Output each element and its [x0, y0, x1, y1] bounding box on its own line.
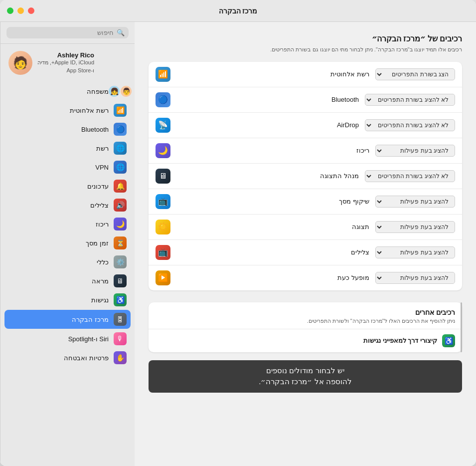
row-label: תצוגה [176, 223, 369, 231]
sidebar-item-screen-time[interactable]: זמן מסך ⏳ [0, 233, 135, 252]
row-label: מופעל כעת [176, 274, 369, 281]
row-control: להציג בעת פעילות הצג בשורת התפריטים לא ל… [375, 272, 455, 284]
table-row: להציג בעת פעילות הצג בשורת התפריטים לא ל… [149, 240, 462, 265]
airdrop-visibility-select[interactable]: לא להציג בשורת התפריטים הצג בשורת התפריט… [365, 119, 455, 131]
sidebar-item-focus[interactable]: ריכוז 🌙 [0, 215, 135, 233]
row-label: AirDrop [176, 121, 359, 129]
sidebar-item-label: מרכז הבקרה [8, 316, 109, 323]
sidebar-item-network[interactable]: רשת 🌐 [0, 139, 135, 158]
accessibility-sidebar-icon: ♿ [114, 293, 127, 306]
avatar: 🧑 [8, 51, 32, 75]
sidebar-item-control-center[interactable]: מרכז הבקרה 🎛 [4, 310, 131, 329]
close-button[interactable] [28, 7, 34, 14]
control-center-sidebar-icon: 🎛 [114, 313, 127, 326]
table-row: הצג בשורת התפריטים אל תציג הצג בעת פעילו… [149, 62, 462, 87]
table-row: לא להציג בשורת התפריטים הצג בשורת התפריט… [149, 87, 462, 113]
nowplaying-visibility-select[interactable]: להציג בעת פעילות הצג בשורת התפריטים לא ל… [375, 272, 455, 284]
table-row: להציג בעת פעילות הצג בשורת התפריטים לא ל… [149, 138, 462, 164]
sidebar-item-label: ריכוז [8, 221, 109, 228]
screen-mirror-visibility-select[interactable]: להציג בעת פעילות הצג בשורת התפריטים לא ל… [375, 196, 455, 208]
search-input[interactable] [10, 29, 114, 36]
wifi-sidebar-icon: 📶 [114, 104, 127, 117]
user-name: Ashley Rico [37, 51, 94, 59]
other-section-header: רכיבים אחרים ניתן להוסיף את הרכיבים האלו… [149, 302, 462, 329]
titlebar: מרכז הבקרה [0, 0, 476, 22]
sidebar-item-family[interactable]: משפחה 👨 👧 [0, 82, 135, 101]
main-window: מרכז הבקרה רכיבים של ״מרכז הבקרה״ רכיבים… [0, 0, 476, 466]
row-label: צלילים [176, 248, 369, 256]
accessibility-shortcuts-icon: ♿ [442, 334, 455, 347]
sidebar-item-display[interactable]: מראה 🖥 [0, 271, 135, 290]
sounds-sidebar-icon: 🔊 [114, 199, 127, 212]
focus-visibility-select[interactable]: להציג בעת פעילות הצג בשורת התפריטים לא ל… [375, 145, 455, 157]
wifi-icon: 📶 [156, 67, 170, 82]
section1-title: רכיבים של ״מרכז הבקרה״ [149, 34, 462, 43]
siri-sidebar-icon: 🎙 [114, 332, 127, 345]
sidebar-item-notifications[interactable]: עדכונים 🔔 [0, 177, 135, 196]
display-visibility-select[interactable]: להציג בעת פעילות הצג בשורת התפריטים לא ל… [375, 221, 455, 233]
window-controls [7, 7, 34, 14]
sidebar-item-label: כללי [8, 258, 109, 266]
section1-desc: רכיבים אלו תמיד יוצגו ב"מרכז הבקרה". נית… [149, 45, 462, 54]
user-sub2: ו-App Store [37, 67, 94, 74]
sidebar-item-privacy[interactable]: פרטיות ואבטחה ✋ [0, 348, 135, 367]
focus-sidebar-icon: 🌙 [114, 218, 127, 231]
sounds-visibility-select[interactable]: להציג בעת פעילות הצג בשורת התפריטים לא ל… [375, 246, 455, 258]
privacy-sidebar-icon: ✋ [114, 351, 127, 364]
sidebar-item-label: מראה [8, 277, 109, 285]
sidebar-item-accessibility[interactable]: נגישות ♿ [0, 290, 135, 309]
network-sidebar-icon: 🌐 [114, 142, 127, 155]
row-control: להציג בעת פעילות הצג בשורת התפריטים לא ל… [375, 221, 455, 233]
row-control: לא להציג בשורת התפריטים הצג בשורת התפריט… [365, 170, 455, 182]
display-manager-visibility-select[interactable]: לא להציג בשורת התפריטים הצג בשורת התפריט… [365, 170, 455, 182]
section2-title: רכיבים אחרים [156, 308, 455, 316]
user-sub1: Apple ID, iCloud+, מדיה [37, 59, 94, 66]
other-section: רכיבים אחרים ניתן להוסיף את הרכיבים האלו… [149, 302, 462, 352]
table-row: להציג בעת פעילות הצג בשורת התפריטים לא ל… [149, 189, 462, 215]
sidebar-items-list: משפחה 👨 👧 רשת אלחוטית 📶 Bluetooth 🔵 [0, 80, 135, 369]
sidebar-item-label: משפחה [8, 88, 109, 95]
sidebar-item-general[interactable]: כללי ⚙️ [0, 252, 135, 271]
other-row: ♿ קיצורי דרך למאפייני נגישות [149, 329, 462, 352]
maximize-button[interactable] [7, 7, 13, 14]
sidebar-item-bluetooth[interactable]: Bluetooth 🔵 [0, 120, 135, 139]
bluetooth-icon: 🔵 [156, 92, 170, 107]
sidebar-item-siri[interactable]: Siri ו-Spotlight 🎙 [0, 329, 135, 348]
row-control: להציג בעת פעילות הצג בשורת התפריטים לא ל… [375, 246, 455, 258]
sidebar-item-vpn[interactable]: VPN 🌐 [0, 158, 135, 177]
general-sidebar-icon: ⚙️ [114, 255, 127, 268]
wifi-visibility-select[interactable]: הצג בשורת התפריטים אל תציג הצג בעת פעילו… [375, 68, 455, 80]
sounds-icon: 📺 [156, 245, 170, 260]
table-row: לא להציג בשורת התפריטים הצג בשורת התפריט… [149, 113, 462, 138]
display-sidebar-icon: 🖥 [114, 274, 127, 287]
search-icon: 🔍 [117, 29, 125, 36]
table-row: להציג בעת פעילות הצג בשורת התפריטים לא ל… [149, 215, 462, 240]
sidebar-item-label: Bluetooth [8, 126, 109, 133]
sidebar-item-label: פרטיות ואבטחה [8, 354, 109, 362]
minimize-button[interactable] [17, 7, 24, 14]
accessibility-shortcuts-label: קיצורי דרך למאפייני נגישות [156, 337, 437, 344]
row-control: להציג בעת פעילות הצג בשורת התפריטים לא ל… [375, 145, 455, 157]
section2-desc: ניתן להוסיף את הרכיבים האלו ל"מרכז הבקרה… [156, 317, 455, 325]
sidebar-item-wifi[interactable]: רשת אלחוטית 📶 [0, 101, 135, 120]
nowplaying-icon: ▶️ [156, 270, 170, 285]
content-area: רכיבים של ״מרכז הבקרה״ רכיבים אלו תמיד י… [0, 22, 476, 466]
display-manager-icon: 🖥 [156, 169, 170, 184]
sidebar-search-area: 🔍 [0, 22, 135, 44]
sidebar-item-label: Siri ו-Spotlight [8, 335, 109, 343]
user-profile[interactable]: 🧑 Ashley Rico Apple ID, iCloud+, מדיה ו-… [0, 44, 135, 80]
row-control: לא להציג בשורת התפריטים הצג בשורת התפריט… [365, 119, 455, 131]
row-label: רשת אלחוטית [176, 70, 369, 78]
control-center-items-list: הצג בשורת התפריטים אל תציג הצג בעת פעילו… [149, 62, 462, 290]
bluetooth-sidebar-icon: 🔵 [114, 123, 127, 136]
sidebar-item-label: רשת אלחוטית [8, 107, 109, 114]
row-label: Bluetooth [176, 96, 359, 103]
table-row: לא להציג בשורת התפריטים הצג בשורת התפריט… [149, 164, 462, 189]
sidebar-item-sounds[interactable]: צלילים 🔊 [0, 196, 135, 215]
focus-icon: 🌙 [156, 143, 170, 158]
bluetooth-visibility-select[interactable]: לא להציג בשורת התפריטים הצג בשורת התפריט… [365, 94, 455, 106]
user-info: Ashley Rico Apple ID, iCloud+, מדיה ו-Ap… [37, 51, 94, 74]
search-box: 🔍 [6, 27, 129, 38]
sidebar-item-label: VPN [8, 164, 109, 171]
row-label: מנהל התצוגה [176, 172, 359, 180]
